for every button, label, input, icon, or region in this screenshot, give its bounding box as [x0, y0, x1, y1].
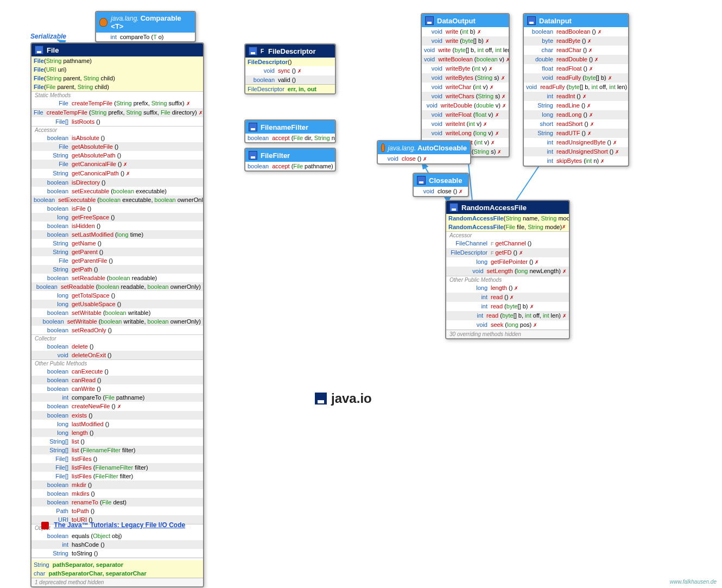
tutorial-link-text[interactable]: The Java™ Tutorials: Legacy File I/O Cod… — [54, 521, 185, 529]
section-label: Accessor — [31, 126, 203, 134]
constructors: File (String pathname)File (URI uri)File… — [31, 56, 203, 91]
disk-icon — [35, 46, 43, 54]
rows: intcompareTo (T o) — [96, 33, 195, 41]
method-row: File[]listFiles (FilenameFilter filter) — [31, 463, 203, 472]
method-row: voidclose () ✗ — [378, 154, 470, 163]
method-row: voidwriteBoolean (boolean v) ✗ — [422, 55, 509, 64]
method-row: voidseek (long pos) ✗ — [446, 320, 569, 330]
method-row: FilegetParentFile () — [31, 256, 203, 265]
method-row: longgetTotalSpace () — [31, 291, 203, 300]
method-row: FilecreateTempFile (String prefix, Strin… — [31, 108, 203, 117]
method-row: bytereadByte () ✗ — [524, 36, 628, 46]
method-row: booleansetReadable (boolean readable) — [31, 274, 203, 282]
method-row: booleancanExecute () — [31, 367, 203, 376]
method-row: voidsetLength (long newLength) ✗ — [446, 267, 569, 276]
method-row: booleanmkdir () — [31, 480, 203, 489]
disk-icon — [249, 123, 257, 131]
disk-icon — [249, 47, 257, 55]
method-row: booleanaccept (File dir, String name) — [245, 134, 335, 142]
section-label: Accessor — [446, 231, 569, 239]
section-label: Other Public Methods — [446, 276, 569, 283]
method-row: intcompareTo (T o) — [96, 33, 195, 41]
method-row: FileDescriptorFgetFD () ✗ — [446, 248, 569, 257]
method-row: booleanrenameTo (File dest) — [31, 498, 203, 507]
method-row: longgetFilePointer () ✗ — [446, 257, 569, 267]
method-row: booleansetLastModified (long time) — [31, 230, 203, 239]
disk-icon — [527, 16, 536, 25]
method-row: String[]list (FilenameFilter filter) — [31, 446, 203, 454]
method-row: FilegetCanonicalFile () ✗ — [31, 160, 203, 169]
box-randomaccessfile: RandomAccessFile RandomAccessFile (Strin… — [445, 200, 570, 339]
constructor-row: File (File parent, String child) — [31, 83, 203, 91]
box-file: File File (String pathname)File (URI uri… — [30, 42, 204, 587]
method-row: intcompareTo (File pathname) — [31, 393, 203, 402]
method-row: File[]listFiles () — [31, 454, 203, 463]
method-row: booleanmkdirs () — [31, 489, 203, 498]
method-row: FilegetAbsoluteFile () — [31, 142, 203, 151]
cup-icon — [381, 143, 385, 152]
field-row: String pathSeparator, separator — [31, 560, 203, 569]
tutorial-link[interactable]: The Java™ Tutorials: Legacy File I/O Cod… — [41, 521, 185, 529]
constructor-row: File (URI uri) — [31, 65, 203, 74]
method-row: voidreadFully (byte[] b) ✗ — [524, 73, 628, 83]
method-row: StringgetAbsolutePath () — [31, 151, 203, 160]
method-row: voidwrite (int b) ✗ — [422, 27, 509, 36]
method-row: PathtoPath () — [31, 507, 203, 515]
method-row: longreadLong () ✗ — [524, 110, 628, 119]
method-row: voidwriteLong (long v) ✗ — [422, 129, 509, 138]
method-row: charreadChar () ✗ — [524, 46, 628, 55]
method-row: booleanequals (Object obj) — [31, 532, 203, 540]
method-row: StringgetPath () — [31, 265, 203, 274]
method-row: booleanisHidden () — [31, 222, 203, 230]
method-row: String[]list () — [31, 437, 203, 446]
box-dataoutput: DataOutput voidwrite (int b) ✗voidwrite … — [421, 13, 510, 157]
method-row: inthashCode () — [31, 540, 203, 549]
box-closeable: Closeable voidclose () ✗ — [413, 173, 469, 197]
method-row: voidwrite (byte[] b, int off, int len) ✗ — [422, 46, 509, 55]
disk-icon — [249, 151, 257, 160]
method-row: booleancanRead () — [31, 376, 203, 384]
method-row: FileChannelFgetChannel () — [446, 239, 569, 248]
method-row: StringgetName () — [31, 239, 203, 248]
method-row: voidwriteInt (int v) ✗ — [422, 119, 509, 129]
method-row: StringtoString () — [31, 549, 203, 558]
box-filefilter: FileFilter booleanaccept (File pathname) — [244, 148, 336, 172]
footer: 1 deprecated method hidden — [31, 578, 203, 586]
method-row: longlength () — [31, 428, 203, 437]
method-row: intread () ✗ — [446, 293, 569, 302]
constructor-row: File (String parent, String child) — [31, 74, 203, 83]
method-row: intskipBytes (int n) ✗ — [524, 156, 628, 166]
box-header: java.lang.Comparable <T> — [96, 12, 195, 33]
package-badge: java.io — [315, 391, 372, 406]
method-row: booleandelete () — [31, 342, 203, 351]
method-row: voidclose () ✗ — [414, 187, 468, 196]
box-header: F FileDescriptor — [245, 45, 335, 58]
fields: String pathSeparator, separatorchar path… — [31, 560, 203, 578]
method-row: intreadInt () ✗ — [524, 92, 628, 101]
method-row: FilecreateTempFile (String prefix, Strin… — [31, 99, 203, 108]
disk-icon — [417, 176, 426, 185]
method-row: longgetUsableSpace () — [31, 300, 203, 308]
method-row: booleancreateNewFile () ✗ — [31, 402, 203, 411]
method-row: voiddeleteOnExit () — [31, 351, 203, 359]
field-row: FileDescriptor err, in, out — [245, 85, 335, 93]
serializable-label: Serializable — [30, 33, 66, 40]
box-datainput: DataInput booleanreadBoolean () ✗byterea… — [523, 13, 629, 167]
method-row: booleansetReadable (boolean readable, bo… — [31, 282, 203, 291]
constructor-row: RandomAccessFile (File file, String mode… — [446, 223, 569, 231]
constructor-row: FileDescriptor () — [245, 58, 335, 66]
constructor-row: File (String pathname) — [31, 56, 203, 65]
box-filenamefilter: FilenameFilter booleanaccept (File dir, … — [244, 119, 336, 143]
method-row: longlastModified () — [31, 420, 203, 428]
box-filedescriptor: F FileDescriptor FileDescriptor () voids… — [244, 43, 336, 94]
method-row: booleansetWritable (boolean writable, bo… — [31, 317, 203, 326]
method-row: voidwriteFloat (float v) ✗ — [422, 110, 509, 119]
section-label: Collector — [31, 334, 203, 342]
method-row: booleancanWrite () — [31, 384, 203, 393]
method-row: booleanisAbsolute () — [31, 134, 203, 142]
file-sections: Static MethodsFilecreateTempFile (String… — [31, 91, 203, 558]
method-row: booleanisDirectory () — [31, 178, 203, 187]
disk-icon — [425, 16, 434, 25]
disk-icon — [449, 203, 458, 212]
box-comparable: java.lang.Comparable <T> intcompareTo (T… — [95, 11, 196, 42]
